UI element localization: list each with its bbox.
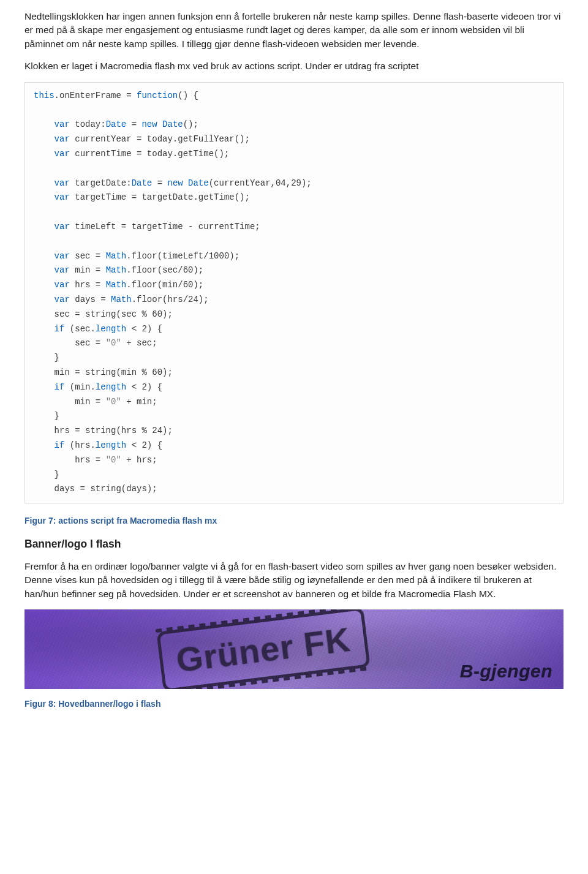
code-token: var bbox=[55, 280, 70, 290]
code-token: .onEnterFrame = bbox=[55, 91, 137, 100]
code-token: hrs = bbox=[34, 455, 106, 465]
code-token: currentTime = today.getTime(); bbox=[70, 149, 229, 159]
code-token: Math bbox=[106, 251, 127, 261]
banner-subbrand-text: B-gjengen bbox=[460, 658, 552, 685]
code-token bbox=[183, 178, 188, 188]
code-token: if bbox=[55, 382, 65, 392]
code-token: Math bbox=[111, 295, 132, 304]
code-token bbox=[34, 134, 55, 144]
code-token: .floor(sec/60); bbox=[126, 265, 203, 275]
code-token: new bbox=[167, 178, 183, 188]
code-token: "0" bbox=[106, 338, 121, 348]
banner-stamp-text: Grüner FK bbox=[156, 609, 370, 689]
code-token: var bbox=[55, 222, 70, 232]
code-token: < 2) { bbox=[126, 440, 162, 450]
code-token bbox=[34, 178, 55, 188]
code-token: } bbox=[34, 411, 59, 421]
code-token: if bbox=[55, 440, 65, 450]
code-token: () { bbox=[178, 91, 198, 100]
code-token: hrs = string(hrs % 24); bbox=[34, 426, 173, 435]
code-token: Math bbox=[106, 280, 127, 290]
code-token: days = bbox=[70, 295, 111, 304]
code-token: sec = bbox=[70, 251, 106, 261]
code-token: (currentYear,04,29); bbox=[209, 178, 312, 188]
code-token: min = bbox=[70, 265, 106, 275]
banner-paragraph: Fremfor å ha en ordinær logo/banner valg… bbox=[24, 560, 564, 601]
code-token: + hrs; bbox=[121, 455, 157, 465]
code-token bbox=[34, 192, 55, 202]
code-token bbox=[34, 149, 55, 159]
code-token: .floor(min/60); bbox=[126, 280, 203, 290]
code-token: sec = string(sec % 60); bbox=[34, 309, 173, 319]
flash-banner-screenshot: Grüner FK B-gjengen bbox=[24, 609, 564, 689]
code-token: Date bbox=[188, 178, 209, 188]
code-token: length bbox=[96, 440, 126, 450]
intro-paragraph: Nedtellingsklokken har ingen annen funks… bbox=[24, 10, 564, 51]
code-token: var bbox=[55, 192, 70, 202]
code-token: (min. bbox=[64, 382, 95, 392]
code-token: this bbox=[34, 91, 55, 100]
code-token: = bbox=[126, 119, 141, 129]
code-token: } bbox=[34, 470, 59, 480]
code-token bbox=[34, 222, 55, 232]
code-token: var bbox=[55, 119, 70, 129]
code-token: "0" bbox=[106, 397, 121, 407]
code-token: Date bbox=[132, 178, 153, 188]
code-token: Math bbox=[106, 265, 127, 275]
code-token: (hrs. bbox=[64, 440, 95, 450]
code-token: targetTime = targetDate.getTime(); bbox=[70, 192, 250, 202]
code-token: Date bbox=[106, 119, 127, 129]
code-token: new bbox=[141, 119, 157, 129]
code-token: length bbox=[96, 382, 126, 392]
code-token bbox=[34, 324, 55, 334]
banner-section-heading: Banner/logo I flash bbox=[24, 537, 564, 552]
code-token: today: bbox=[70, 119, 106, 129]
code-token bbox=[34, 265, 55, 275]
second-paragraph: Klokken er laget i Macromedia flash mx v… bbox=[24, 59, 564, 73]
code-token: (); bbox=[183, 119, 198, 129]
code-token: timeLeft = targetTime - currentTime; bbox=[70, 222, 260, 232]
code-token: var bbox=[55, 295, 70, 304]
code-token: min = bbox=[34, 397, 106, 407]
code-token bbox=[157, 119, 162, 129]
code-token: var bbox=[55, 178, 70, 188]
code-token: var bbox=[55, 251, 70, 261]
code-token: var bbox=[55, 265, 70, 275]
code-token: = bbox=[152, 178, 167, 188]
code-token: min = string(min % 60); bbox=[34, 367, 173, 377]
code-token: var bbox=[55, 149, 70, 159]
code-token: days = string(days); bbox=[34, 484, 157, 494]
code-token: + sec; bbox=[121, 338, 157, 348]
figure-7-caption: Figur 7: actions script fra Macromedia f… bbox=[24, 514, 564, 527]
code-token: targetDate: bbox=[70, 178, 132, 188]
code-token: var bbox=[55, 134, 70, 144]
code-token: (sec. bbox=[64, 324, 95, 334]
code-token: currentYear = today.getFullYear(); bbox=[70, 134, 250, 144]
code-token bbox=[34, 251, 55, 261]
code-token: .floor(timeLeft/1000); bbox=[126, 251, 239, 261]
code-token: .floor(hrs/24); bbox=[132, 295, 209, 304]
code-token: hrs = bbox=[70, 280, 106, 290]
code-token: Date bbox=[162, 119, 183, 129]
code-token bbox=[34, 382, 55, 392]
figure-8-caption: Figur 8: Hovedbanner/logo i flash bbox=[24, 698, 564, 710]
code-token: length bbox=[96, 324, 126, 334]
code-token: "0" bbox=[106, 455, 121, 465]
code-token bbox=[34, 119, 55, 129]
code-token: } bbox=[34, 353, 59, 363]
code-token bbox=[34, 440, 55, 450]
code-token bbox=[34, 280, 55, 290]
code-token bbox=[34, 295, 55, 304]
code-token: sec = bbox=[34, 338, 106, 348]
code-token: < 2) { bbox=[126, 382, 162, 392]
code-token: if bbox=[55, 324, 65, 334]
actionscript-code-box: this.onEnterFrame = function() { var tod… bbox=[24, 82, 564, 503]
code-token: + min; bbox=[121, 397, 157, 407]
code-token: function bbox=[137, 91, 178, 100]
code-token: < 2) { bbox=[126, 324, 162, 334]
